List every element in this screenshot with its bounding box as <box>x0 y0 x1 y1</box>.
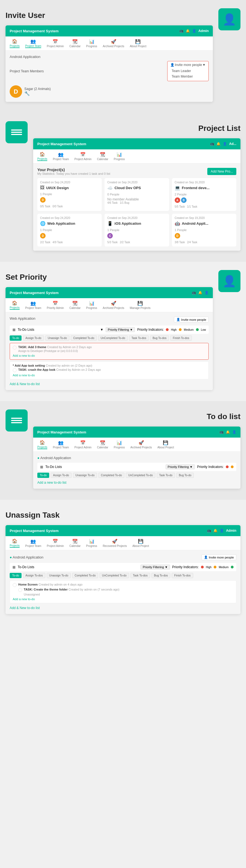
tab-assign[interactable]: Assign To-do <box>23 335 44 341</box>
subnav-projects[interactable]: 🏠 Projects <box>37 152 47 161</box>
subnav-calendar[interactable]: 📆 Calendar <box>97 440 108 449</box>
team-member-option[interactable]: Team Member <box>170 74 206 79</box>
project-card[interactable]: Created on Sep 24,2020 🖼 UI/UX Design 1 … <box>37 178 102 211</box>
tab-unassign[interactable]: Unassign To-do <box>47 573 71 578</box>
medium-priority-dot <box>179 328 182 331</box>
tab-uncompleted[interactable]: UnCompleted To-do <box>126 473 155 478</box>
add-new-list-link[interactable]: Add a new to-do list <box>37 480 236 485</box>
invite-more-people-button[interactable]: 👤 Invite more people <box>201 554 237 560</box>
subnav-calendar[interactable]: 📆 Calendar <box>97 152 108 161</box>
subnav-about[interactable]: 💾 About Project <box>132 539 149 548</box>
priority-filter-button[interactable]: Priority Filtering ▼ <box>106 327 135 332</box>
subnav-team[interactable]: 👥 Project Team <box>25 39 41 48</box>
tab-task[interactable]: Task To-dos <box>131 573 150 578</box>
subnav-projects[interactable]: 🏠 Projects <box>37 440 47 449</box>
tab-bug[interactable]: Bug To-dos <box>150 335 169 341</box>
subnav-calendar[interactable]: 📆 Calendar <box>70 39 81 48</box>
tab-assign[interactable]: Assign To-dos <box>23 573 45 578</box>
subnav-archived[interactable]: 🚀 Archived Projects <box>103 301 125 309</box>
task-checkbox[interactable] <box>13 346 17 349</box>
cloud-icon: ☁️ <box>107 185 113 190</box>
tab-uncompleted[interactable]: UnCompleted To-do <box>98 335 128 341</box>
tab-task[interactable]: Task To-dos <box>129 335 149 341</box>
invite-dropdown[interactable]: 👤 Invite more people ▼ Team Leader Team … <box>167 61 209 81</box>
priority-filter-button[interactable]: Priority Filtering ▼ <box>166 464 195 469</box>
add-new-project-button[interactable]: Add New Pro... <box>207 168 236 175</box>
low-label: Low <box>201 328 206 331</box>
subnav-admin[interactable]: 📅 Project Admin <box>47 539 64 548</box>
task-checkbox[interactable] <box>13 368 17 372</box>
subnav-team[interactable]: 👥 Project Team <box>25 301 41 309</box>
tab-completed[interactable]: Completed To-do <box>71 335 97 341</box>
tab-uncompleted[interactable]: UnCompleted To-do <box>100 573 129 578</box>
tab-unassign[interactable]: Unassign To-do <box>73 473 97 478</box>
subnav-archived[interactable]: 🚀 Archived Projects <box>103 39 125 48</box>
subnav-projects[interactable]: 🏠 Projects <box>10 300 20 310</box>
add-new-list-link[interactable]: Add & New to-do list <box>10 382 209 386</box>
tab-finish[interactable]: Finish To-dos <box>170 335 192 341</box>
task-card[interactable]: Home Screen Created by admin on 4 days a… <box>10 580 236 603</box>
task-checkbox[interactable] <box>13 583 17 587</box>
subnav-admin[interactable]: 📅 Project Admin <box>74 440 91 449</box>
tab-unassign[interactable]: Unassign To-do <box>45 335 70 341</box>
task-card[interactable]: * Add App task setting Created by admin … <box>10 362 209 379</box>
avatar-icon: 👤 <box>218 8 241 30</box>
tab-todo[interactable]: To-do <box>10 335 22 341</box>
subnav-progress[interactable]: 📊 Progress <box>114 152 125 161</box>
tab-bug[interactable]: Bug To-dos <box>152 573 170 578</box>
tab-completed[interactable]: Completed To-do <box>72 573 98 578</box>
ios-icon: 📱 <box>107 221 113 226</box>
subnav-admin[interactable]: 📅 Project Admin <box>47 39 64 48</box>
add-todo-link[interactable]: Add a new to-do <box>13 354 206 357</box>
admin-icon: 📅 <box>53 39 58 44</box>
subnav-progress[interactable]: 📊 Progress <box>86 301 97 309</box>
tab-task[interactable]: Task To-do <box>157 473 175 478</box>
add-todo-link[interactable]: Add a new to-do <box>13 597 233 601</box>
subnav-calendar[interactable]: 📆 Calendar <box>70 539 81 548</box>
project-card[interactable]: Created on Sep 19,2020 🤖 Android Appli..… <box>172 214 236 247</box>
tab-todo[interactable]: To-do <box>37 473 49 478</box>
app-title: Project Management System <box>37 142 86 146</box>
team-leader-option[interactable]: Team Leader <box>170 68 206 74</box>
tab-finish[interactable]: Finish To-dos <box>172 573 193 578</box>
project-label: ● Android Application <box>10 555 44 559</box>
project-card[interactable]: Created on Sep 16,2020 💻 Frontend deve..… <box>172 178 236 211</box>
tab-assign[interactable]: Assign To-do <box>51 473 72 478</box>
subnav-admin[interactable]: 📅 Project Admin <box>74 152 91 161</box>
add-todo-link[interactable]: Add a new to-do <box>13 374 206 377</box>
subnav-projects[interactable]: 🏠 Projects <box>10 538 20 548</box>
subnav-team[interactable]: 👥 Project Team <box>53 152 69 161</box>
invite-more-people-button[interactable]: 👤 Invite more people <box>174 317 209 322</box>
subnav-progress[interactable]: 📊 Progress <box>86 39 97 48</box>
avatar: D <box>10 85 22 98</box>
add-new-list-link[interactable]: Add & New to-do list <box>10 606 236 610</box>
subnav-about[interactable]: 💾 About Project <box>157 440 174 449</box>
subnav-progress[interactable]: 📊 Progress <box>114 440 125 449</box>
project-card[interactable]: Created on Sep 24,2020 🌐 Web Application… <box>37 214 102 247</box>
todo-tabs: To-do Assign To-do Unassign To-do Comple… <box>37 473 236 478</box>
subnav-team[interactable]: 👥 Project Team <box>53 440 69 449</box>
subnav-progress[interactable]: 📊 Progress <box>86 539 97 548</box>
project-card[interactable]: Created on Sep 24,2020 📱 iOS Application… <box>105 214 169 247</box>
subnav-projects[interactable]: 🏠 Projects <box>10 39 20 48</box>
priority-indicators-label: Priority Indicators: <box>137 328 164 332</box>
tab-completed[interactable]: Completed To-do <box>99 473 125 478</box>
monitor-icon: 📺 <box>210 142 214 146</box>
tab-bug[interactable]: Bug To-do <box>176 473 194 478</box>
subnav-team[interactable]: 👥 Project Team <box>25 539 41 548</box>
subnav-about[interactable]: 💾 About Project <box>130 39 146 48</box>
subnav-calendar[interactable]: 📆 Calendar <box>70 301 81 309</box>
bell-icon: 🔔 <box>226 430 230 434</box>
priority-filter-button[interactable]: Priority Filtering ▼ <box>140 565 170 569</box>
your-projects-label: Your Project(s) <box>37 167 110 172</box>
todo-header: ▦ To-Do Lists Priority Filtering ▼ Prior… <box>37 463 236 471</box>
subnav-manage[interactable]: 💾 Manage Projects <box>130 301 151 309</box>
subnav-priority-admin[interactable]: 📅 Priority Admin <box>47 301 64 309</box>
subtask-checkbox[interactable] <box>18 588 22 592</box>
subnav-archived[interactable]: 🚀 Archived Projects <box>131 440 152 449</box>
subnav-recovered[interactable]: 🚀 Recovered Projects <box>103 539 127 548</box>
tab-todo[interactable]: To-do <box>10 573 22 578</box>
project-label: ● Android Application <box>37 456 71 460</box>
project-card[interactable]: Created on Sep 24,2020 ☁️ Cloud Dev OPS … <box>105 178 169 211</box>
task-card-highlighted[interactable]: TASK: Add 3 theme Created by Admin on 2 … <box>10 343 209 360</box>
